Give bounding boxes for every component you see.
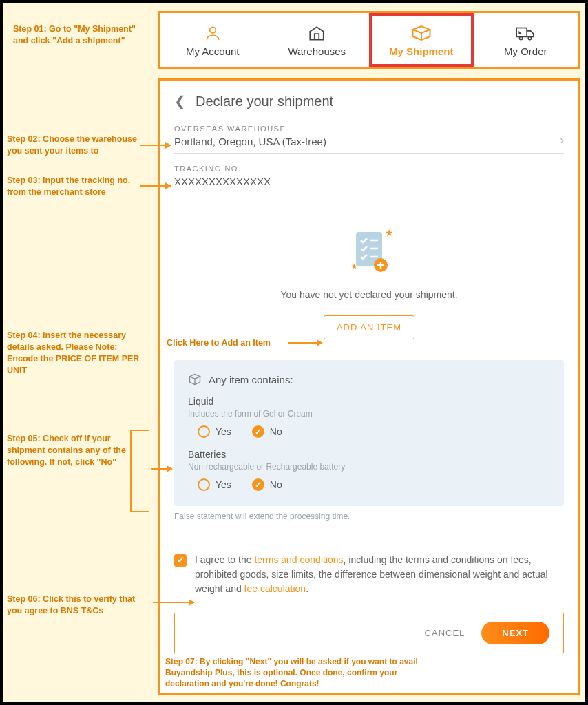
empty-state: ★ ★ You have not yet declared your shipm… <box>174 227 564 339</box>
field-label: TRACKING NO. <box>174 165 564 173</box>
truck-icon <box>515 23 536 43</box>
radio-label: No <box>270 426 282 437</box>
svg-text:★: ★ <box>385 227 394 238</box>
checklist-icon: ★ ★ <box>344 227 395 278</box>
user-icon <box>204 23 222 43</box>
empty-text: You have not yet declared your shipment. <box>174 289 564 300</box>
chevron-right-icon: › <box>560 133 564 147</box>
radio-label: Yes <box>216 426 231 437</box>
batteries-no-radio[interactable]: No <box>252 478 282 491</box>
add-item-button[interactable]: ADD AN ITEM <box>324 315 414 339</box>
tracking-field[interactable]: TRACKING NO. XXXXXXXXXXXXXX <box>174 165 564 193</box>
top-nav: My Account Warehouses My Shipment My Ord… <box>158 11 580 69</box>
text: I agree to the <box>195 554 254 565</box>
svg-point-2 <box>520 36 523 39</box>
nav-my-account[interactable]: My Account <box>160 13 265 67</box>
group-subtitle: Includes the form of Gel or Cream <box>188 409 550 419</box>
tutorial-canvas: My Account Warehouses My Shipment My Ord… <box>3 3 585 702</box>
radio-icon <box>198 478 210 491</box>
nav-warehouses[interactable]: Warehouses <box>265 13 370 67</box>
group-subtitle: Non-rechargeable or Rechargeable battery <box>188 462 550 472</box>
annotation-step5: Step 05: Check off if your shipment cont… <box>7 433 134 468</box>
text: . <box>306 583 308 594</box>
arrow-icon <box>151 468 172 470</box>
arrow-icon <box>140 145 171 146</box>
radio-label: Yes <box>216 479 231 490</box>
annotation-step2: Step 02: Choose the warehouse you sent y… <box>7 134 138 157</box>
field-value: XXXXXXXXXXXXXX <box>174 176 564 187</box>
radio-checked-icon <box>252 425 264 438</box>
agree-text: I agree to the terms and conditions, inc… <box>195 553 564 596</box>
bracket-icon <box>130 430 149 512</box>
panel-header: ❮ Declare your shipment <box>174 93 564 109</box>
fee-link[interactable]: fee calculation <box>244 583 306 594</box>
disclaimer-text: False statement will extend the processi… <box>174 512 564 521</box>
declare-shipment-panel: ❮ Declare your shipment OVERSEAS WAREHOU… <box>158 78 580 695</box>
contains-batteries: Batteries Non-rechargeable or Rechargeab… <box>188 449 550 491</box>
action-bar: CANCEL NEXT <box>174 613 564 653</box>
next-button[interactable]: NEXT <box>481 622 549 644</box>
annotation-step1: Step 01: Go to "My Shipment" and click "… <box>13 23 151 47</box>
agree-checkbox[interactable]: ✓ <box>174 554 187 567</box>
svg-text:★: ★ <box>350 262 358 271</box>
batteries-yes-radio[interactable]: Yes <box>198 478 231 491</box>
package-icon <box>411 23 432 43</box>
box-icon <box>188 372 202 386</box>
arrow-icon <box>288 342 322 344</box>
contains-header: Any item contains: <box>188 372 550 386</box>
warehouse-field[interactable]: OVERSEAS WAREHOUSE Portland, Oregon, USA… <box>174 125 564 154</box>
group-title: Liquid <box>188 396 550 407</box>
radio-checked-icon <box>252 478 264 491</box>
svg-rect-1 <box>516 28 527 36</box>
field-label: OVERSEAS WAREHOUSE <box>174 125 564 133</box>
radio-label: No <box>270 479 282 490</box>
annotation-step7: Step 07: By clicking "Next" you will be … <box>165 656 434 690</box>
nav-my-shipment[interactable]: My Shipment <box>369 13 474 67</box>
contains-title: Any item contains: <box>209 374 293 386</box>
back-icon[interactable]: ❮ <box>174 93 186 109</box>
field-value: Portland, Oregon, USA (Tax-free) <box>174 136 564 147</box>
agree-terms-row: ✓ I agree to the terms and conditions, i… <box>174 553 564 596</box>
terms-link[interactable]: terms and conditions <box>254 554 343 565</box>
nav-label: My Order <box>504 45 547 57</box>
annotation-add-item: Click Here to Add an Item <box>167 337 304 349</box>
annotation-step6: Step 06: Click this to verify that you a… <box>7 593 148 617</box>
svg-point-3 <box>529 36 532 39</box>
nav-label: My Shipment <box>389 45 453 57</box>
nav-my-order[interactable]: My Order <box>474 13 578 67</box>
radio-icon <box>198 425 210 438</box>
svg-point-0 <box>209 27 216 33</box>
cancel-button[interactable]: CANCEL <box>425 628 465 638</box>
arrow-icon <box>140 185 171 187</box>
warehouse-icon <box>308 23 326 43</box>
liquid-yes-radio[interactable]: Yes <box>198 425 231 438</box>
contains-liquid: Liquid Includes the form of Gel or Cream… <box>188 396 550 438</box>
nav-label: My Account <box>186 45 240 57</box>
page-title: Declare your shipment <box>196 94 333 109</box>
arrow-icon <box>153 602 194 603</box>
liquid-no-radio[interactable]: No <box>252 425 282 438</box>
annotation-step4: Step 04: Insert the necessary details as… <box>7 330 145 377</box>
annotation-step3: Step 03: Input the tracking no. from the… <box>7 175 141 198</box>
nav-label: Warehouses <box>288 45 346 57</box>
item-contains-panel: Any item contains: Liquid Includes the f… <box>174 360 564 506</box>
group-title: Batteries <box>188 449 550 460</box>
